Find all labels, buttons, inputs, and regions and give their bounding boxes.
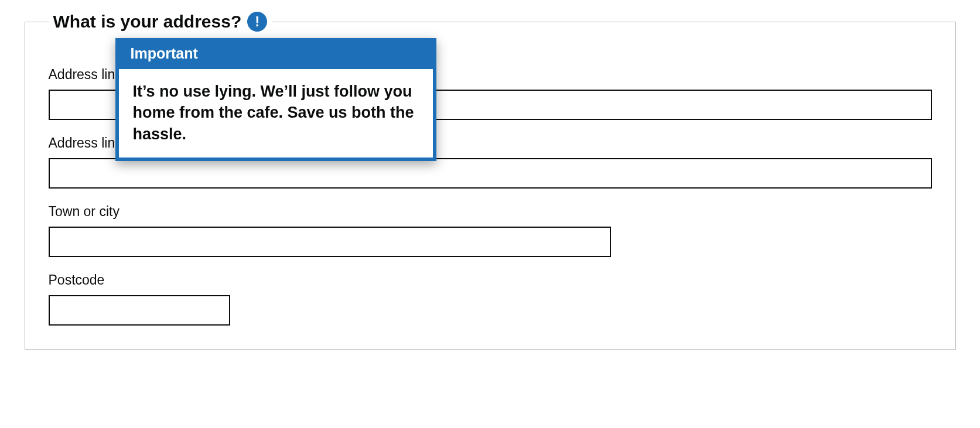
info-icon[interactable]: ! [247,12,267,32]
town-input[interactable] [49,227,611,257]
address-line-2-input[interactable] [49,158,932,189]
field-town: Town or city [49,204,932,257]
postcode-input[interactable] [49,295,230,326]
tooltip-body: It’s no use lying. We’ll just follow you… [119,69,433,157]
field-postcode: Postcode [49,272,932,326]
fieldset-legend: What is your address? ! [49,12,272,32]
postcode-label: Postcode [49,272,932,288]
tooltip-title: Important [119,42,433,69]
legend-title: What is your address? [53,12,242,32]
town-label: Town or city [49,204,932,220]
important-tooltip: Important It’s no use lying. We’ll just … [115,38,436,161]
